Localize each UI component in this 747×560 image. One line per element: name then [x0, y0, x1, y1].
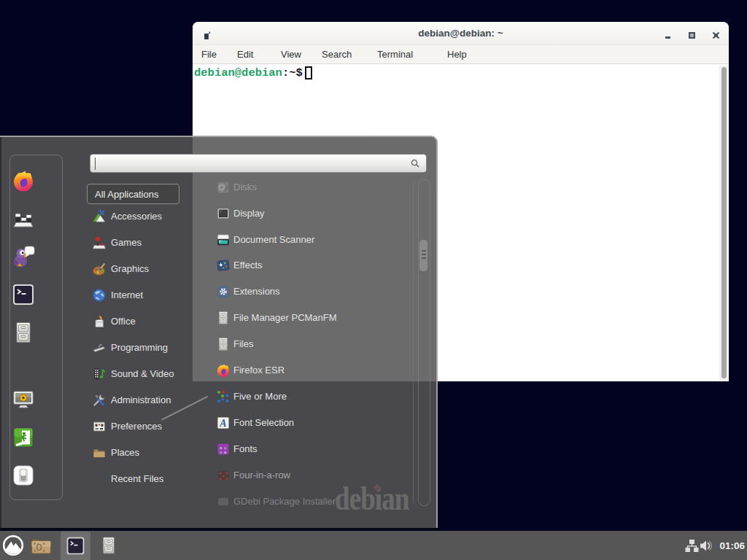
svg-text:A: A [219, 418, 226, 429]
